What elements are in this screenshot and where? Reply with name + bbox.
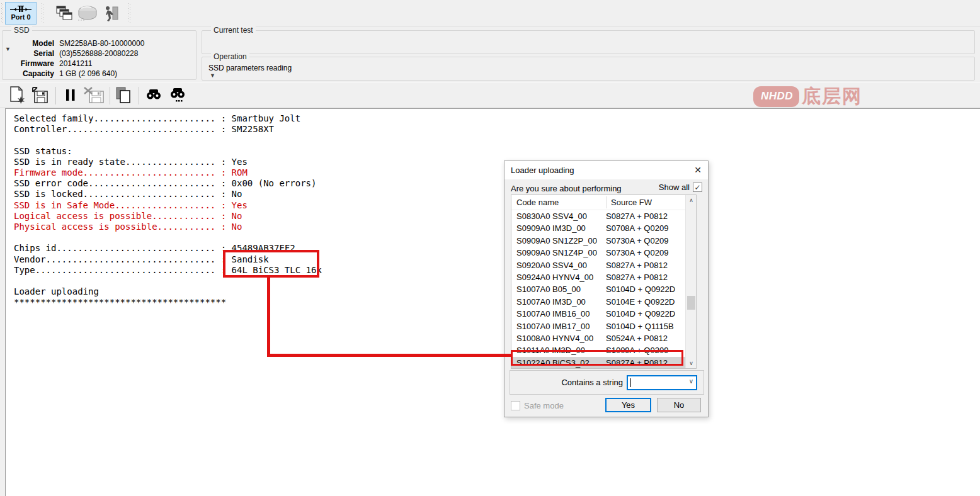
show-all-toggle[interactable]: Show all ✓ [659,183,702,192]
toolbar-grip[interactable] [42,3,43,23]
log-line: SSD status: [14,146,980,157]
find-button[interactable] [144,86,164,104]
loader-row-fw: S0104D + Q1115B [606,320,685,332]
cascade-windows-button[interactable] [54,4,74,23]
show-all-checkbox[interactable]: ✓ [693,183,702,192]
loader-row[interactable]: S0909A0 IM3D_00 S0708A + Q0209 [511,222,685,234]
ssd-fields: Model SM2258AB-80-10000000 Serial (03)55… [3,38,196,79]
loader-row-code: S0924A0 HYNV4_00 [511,271,606,283]
ssd-panel: SSD ▼ Model SM2258AB-80-10000000 Serial … [2,30,197,80]
cascade-windows-icon [56,6,72,21]
toolbar-grip[interactable] [1,3,3,23]
log-line [14,135,980,145]
exit-icon [103,5,119,21]
port-0-button[interactable]: Port 0 [5,2,37,25]
script-new-button[interactable] [8,86,28,104]
operation-dropdown-arrow[interactable]: ▼ [210,72,215,79]
port-icon [9,6,32,13]
loader-list-header: Code name Source FW [511,195,696,210]
loader-row-fw: S0827A + P0812 [606,210,685,222]
loader-row[interactable]: S1007A0 IMB16_00 S0104D + Q0922D [511,308,685,320]
loader-rows: S0830A0 SSV4_00 S0827A + P0812 S0909A0 I… [511,210,685,368]
dialog-title: Loader uploading [504,166,574,175]
operation-panel: Operation SSD parameters reading ▼ [202,57,975,81]
script-new-icon [9,86,26,104]
toolbar-separator [55,87,56,104]
log-line: Firmware mode......................... :… [14,167,980,178]
contains-string-input[interactable]: ∨ [627,375,697,390]
loader-row[interactable]: S0909A0 SN1Z4P_00 S0730A + Q0209 [511,247,685,259]
loader-row[interactable]: S1007A0 IMB17_00 S0104D + Q1115B [511,320,685,332]
operation-title: Operation [211,52,249,61]
loader-row-code: S0909A0 SN1Z2P_00 [511,235,606,247]
log-line: Vendor................................ :… [14,254,980,265]
column-source-fw[interactable]: Source FW [611,198,652,207]
close-icon[interactable]: ✕ [688,161,708,179]
dialog-titlebar[interactable]: Loader uploading [504,161,708,179]
ssd-field-row: Firmware 20141211 [3,59,196,69]
loader-row-code: S1007A0 B05_00 [511,283,606,295]
loader-row-fw: S0708A + Q0209 [606,222,685,234]
no-button[interactable]: No [657,398,701,412]
ssd-field-label: Capacity [3,69,59,79]
loader-row-code: S1011A0 IM3D_00 [511,344,606,356]
log-line: SSD is in Safe Mode................... :… [14,200,980,211]
loader-uploading-dialog: Loader uploading ✕ Are you sure about pe… [504,161,709,417]
contains-string-panel: Contains a string ∨ [510,370,704,395]
loader-list[interactable]: Code name Source FW S0830A0 SSV4_00 S082… [511,194,697,369]
copy-button[interactable] [113,86,134,104]
save-disabled-icon [83,86,105,104]
toolbar-separator [110,87,110,104]
disk-stack-button[interactable] [76,4,100,23]
loader-row[interactable]: S1008A0 HYNV4_00 S0524A + P0812 [511,332,685,344]
pause-button[interactable] [60,86,81,104]
scroll-down-icon[interactable]: ∨ [686,358,697,368]
save-disabled-button [82,86,106,104]
ssd-field-value: 20141211 [59,59,93,69]
loader-row-code: S0909A0 SN1Z4P_00 [511,247,606,259]
column-code-name[interactable]: Code name [516,198,559,207]
safe-mode-label: Safe mode [524,401,564,410]
loader-row-code: S1007A0 IMB16_00 [511,308,606,320]
loader-row-fw: S0730A + Q0209 [606,247,685,259]
loader-row[interactable]: S1007A0 IM3D_00 S0104E + Q0922D [511,296,685,308]
loader-row[interactable]: S0924A0 HYNV4_00 S0827A + P0812 [511,271,685,283]
loader-row[interactable]: S1022A0 BiCS3_02 S0827A + P0812 [511,357,685,368]
loader-row-fw: S1009A + Q0209 [606,344,685,356]
find-next-button[interactable] [168,86,188,104]
ssd-field-row: Serial (03)5526888-20080228 [3,48,196,59]
loader-row-fw: S0827A + P0812 [606,357,685,368]
save-log-button[interactable] [30,86,50,104]
loader-row[interactable]: S0920A0 SSV4_00 S0827A + P0812 [511,259,685,271]
current-test-panel: Current test [202,30,975,54]
watermark-badge: NHDD [753,86,799,107]
text-caret [630,378,631,387]
disk-stack-icon [77,5,98,21]
log-output[interactable]: Selected family....................... :… [5,108,980,496]
loader-row[interactable]: S0830A0 SSV4_00 S0827A + P0812 [511,210,685,222]
log-line: **************************************** [14,297,980,308]
loader-row-fw: S0104D + Q0922D [606,283,685,295]
yes-button[interactable]: Yes [605,398,651,412]
log-line: Logical access is possible............ :… [14,211,980,222]
loader-row-code: S0920A0 SSV4_00 [511,259,606,271]
loader-row[interactable]: S1011A0 IM3D_00 S1009A + Q0209 [511,344,685,356]
log-line: Controller............................ :… [14,124,980,135]
list-scrollbar[interactable]: ∧ ∨ [685,195,696,368]
find-next-icon [170,87,185,103]
log-line [14,232,980,243]
chevron-down-icon[interactable]: ∨ [689,378,693,385]
loader-row[interactable]: S0909A0 SN1Z2P_00 S0730A + Q0209 [511,235,685,247]
show-all-label: Show all [659,183,690,192]
loader-row-fw: S0730A + Q0209 [606,235,685,247]
loader-row-code: S1008A0 HYNV4_00 [511,332,606,344]
toolbar-grip[interactable] [128,3,130,23]
scrollbar-thumb[interactable] [687,296,695,310]
scroll-up-icon[interactable]: ∧ [686,195,697,205]
exit-button[interactable] [101,4,121,23]
ssd-field-value: SM2258AB-80-10000000 [59,38,144,48]
main-toolbar: Port 0 [0,0,980,26]
loader-row[interactable]: S1007A0 B05_00 S0104D + Q0922D [511,283,685,295]
ssd-field-label: Model [3,38,59,48]
log-line: Physical access is possible........... :… [14,222,980,232]
